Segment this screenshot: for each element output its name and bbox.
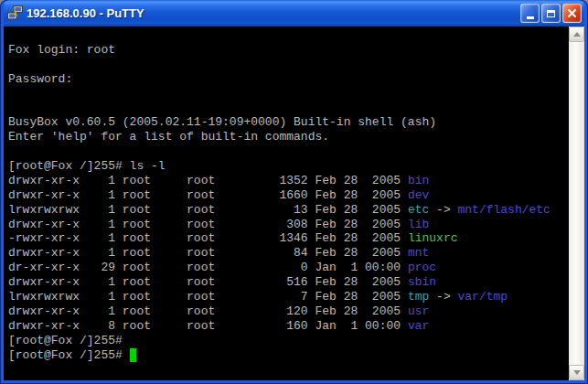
terminal-text: Password: [8, 72, 72, 86]
terminal-line: drwxr-xr-x 8 root root 160 Jan 1 00:00 v… [8, 319, 569, 334]
directory-name: usr [408, 304, 429, 318]
scroll-up-icon [573, 32, 581, 37]
terminal-text: drwxr-xr-x 1 root root 120 Feb 28 2005 [8, 304, 408, 318]
terminal-line: lrwxrwxrwx 1 root root 7 Feb 28 2005 tmp… [8, 290, 569, 304]
terminal-line: dr-xr-xr-x 29 root root 0 Jan 1 00:00 pr… [8, 261, 569, 275]
symlink-name: tmp [408, 290, 429, 304]
terminal-line: Password: [8, 72, 569, 87]
terminal-line [8, 101, 569, 115]
terminal-text: lrwxrwxrwx 1 root root 13 Feb 28 2005 [8, 203, 408, 217]
scrollbar-up-button[interactable] [569, 27, 584, 42]
terminal-text: [root@Fox /]255# [8, 348, 130, 362]
symlink-name: etc [408, 203, 429, 217]
terminal-line: BusyBox v0.60.5 (2005.02.11-19:09+0000) … [8, 115, 569, 130]
terminal-line: drwxr-xr-x 1 root root 516 Feb 28 2005 s… [8, 275, 569, 290]
minimize-button[interactable] [520, 4, 540, 23]
directory-name: bin [408, 174, 429, 187]
terminal-screen[interactable]: Fox login: root Password: BusyBox v0.60.… [4, 27, 569, 380]
terminal-text: dr-xr-xr-x 29 root root 0 Jan 1 00:00 [8, 261, 408, 274]
putty-window: 192.168.0.90 - PuTTY Fox login: root Pas… [0, 0, 588, 384]
terminal-cursor [130, 348, 137, 362]
terminal-line: -rwxr-xr-x 1 root root 1346 Feb 28 2005 … [8, 231, 569, 246]
terminal-line [8, 28, 569, 43]
terminal-text: BusyBox v0.60.5 (2005.02.11-19:09+0000) … [8, 115, 436, 129]
terminal-line: Fox login: root [8, 43, 569, 58]
window-title: 192.168.0.90 - PuTTY [27, 6, 519, 20]
terminal-text: Enter 'help' for a list of built-in comm… [8, 130, 329, 144]
directory-name: lib [408, 218, 429, 231]
terminal-text: drwxr-xr-x 1 root root 1660 Feb 28 2005 [8, 188, 408, 202]
executable-name: linuxrc [408, 231, 458, 245]
directory-name: dev [408, 188, 429, 202]
terminal-line: [root@Fox /]255# [8, 334, 569, 348]
terminal-text: -> [429, 290, 457, 304]
terminal-line: drwxr-xr-x 1 root root 1352 Feb 28 2005 … [8, 174, 569, 188]
terminal-line: drwxr-xr-x 1 root root 120 Feb 28 2005 u… [8, 304, 569, 319]
terminal-line: [root@Fox /]255# [8, 348, 569, 363]
directory-name: mnt [408, 246, 429, 260]
terminal-text: drwxr-xr-x 1 root root 84 Feb 28 2005 [8, 246, 408, 260]
terminal-line [8, 87, 569, 101]
terminal-text: [root@Fox /]255# [8, 334, 123, 347]
terminal-text: drwxr-xr-x 8 root root 160 Jan 1 00:00 [8, 319, 408, 333]
maximize-icon [547, 10, 555, 17]
client-area: Fox login: root Password: BusyBox v0.60.… [4, 27, 584, 380]
terminal-line: [root@Fox /]255# ls -l [8, 159, 569, 174]
terminal-text: [root@Fox /]255# ls -l [8, 159, 166, 173]
close-icon [567, 8, 577, 18]
terminal-text: Fox login: root [8, 43, 115, 57]
minimize-icon [527, 16, 534, 19]
terminal-line: drwxr-xr-x 1 root root 1660 Feb 28 2005 … [8, 188, 569, 203]
terminal-line [8, 58, 569, 72]
terminal-line: drwxr-xr-x 1 root root 84 Feb 28 2005 mn… [8, 246, 569, 261]
scroll-down-icon [573, 370, 581, 375]
putty-icon[interactable] [7, 5, 23, 21]
scrollbar-down-button[interactable] [569, 365, 584, 380]
terminal-text: -> [429, 203, 457, 217]
terminal-line: Enter 'help' for a list of built-in comm… [8, 130, 569, 144]
directory-name: var [408, 319, 429, 333]
terminal-text: drwxr-xr-x 1 root root 1352 Feb 28 2005 [8, 174, 408, 187]
directory-name: proc [408, 261, 436, 274]
directory-name: mnt/flash/etc [458, 203, 551, 217]
directory-name: sbin [408, 275, 436, 289]
scrollbar[interactable] [569, 27, 584, 380]
terminal-line: drwxr-xr-x 1 root root 308 Feb 28 2005 l… [8, 218, 569, 232]
terminal-text: drwxr-xr-x 1 root root 516 Feb 28 2005 [8, 275, 408, 289]
directory-name: var/tmp [458, 290, 508, 304]
terminal-line: lrwxrwxrwx 1 root root 13 Feb 28 2005 et… [8, 203, 569, 218]
maximize-button[interactable] [541, 4, 561, 23]
terminal-text: drwxr-xr-x 1 root root 308 Feb 28 2005 [8, 218, 408, 231]
close-button[interactable] [562, 4, 582, 23]
terminal-text: -rwxr-xr-x 1 root root 1346 Feb 28 2005 [8, 231, 408, 245]
terminal-text: lrwxrwxrwx 1 root root 7 Feb 28 2005 [8, 290, 408, 304]
titlebar[interactable]: 192.168.0.90 - PuTTY [4, 0, 584, 27]
terminal-line [8, 144, 569, 159]
